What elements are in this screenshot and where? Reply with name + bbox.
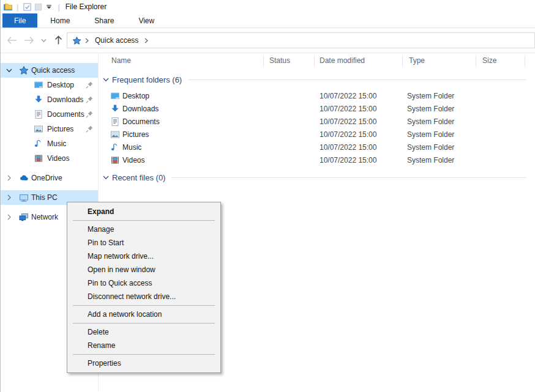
chevron-right-icon[interactable] — [6, 213, 13, 221]
sidebar-item-downloads[interactable]: Downloads — [1, 92, 98, 107]
group-count: (6) — [172, 75, 182, 84]
group-header-frequent-folders[interactable]: Frequent folders (6) — [102, 74, 526, 85]
file-date-modified: 10/07/2022 15:00 — [320, 92, 376, 100]
file-name: Documents — [122, 117, 160, 126]
file-name: Music — [122, 143, 141, 152]
videos-film-icon — [110, 155, 120, 165]
file-row-pictures[interactable]: Pictures 10/07/2022 15:00 System Folder — [99, 128, 535, 141]
documents-icon — [110, 117, 120, 127]
group-divider-line — [188, 80, 526, 80]
pin-icon — [85, 110, 94, 119]
menu-item-pin-to-quick-access[interactable]: Pin to Quick access — [67, 276, 220, 290]
tab-home[interactable]: Home — [39, 13, 81, 28]
file-name: Desktop — [122, 92, 149, 100]
file-type: System Folder — [407, 105, 454, 113]
menu-separator — [73, 220, 215, 221]
menu-item-expand[interactable]: Expand — [67, 205, 220, 218]
file-row-videos[interactable]: Videos 10/07/2022 15:00 System Folder — [99, 153, 535, 166]
sidebar-item-desktop[interactable]: Desktop — [1, 78, 98, 92]
sidebar-item-documents[interactable]: Documents — [1, 107, 98, 122]
quick-access-star-icon — [72, 36, 81, 45]
column-header-type[interactable]: Type — [409, 56, 425, 65]
music-note-icon — [110, 142, 120, 152]
chevron-down-icon[interactable] — [6, 67, 13, 74]
file-type: System Folder — [407, 130, 454, 139]
file-date-modified: 10/07/2022 15:00 — [320, 117, 376, 126]
sidebar-item-quick-access[interactable]: Quick access — [1, 63, 98, 78]
desktop-icon — [110, 91, 120, 101]
tab-share[interactable]: Share — [83, 13, 125, 28]
breadcrumb-chevron-icon[interactable] — [85, 38, 89, 43]
menu-item-open-in-new-window[interactable]: Open in new window — [67, 263, 220, 276]
menu-separator — [73, 354, 215, 355]
group-header-recent-files[interactable]: Recent files (0) — [102, 172, 526, 183]
sidebar-item-pictures[interactable]: Pictures — [1, 122, 98, 136]
sidebar-item-videos[interactable]: Videos — [1, 151, 98, 166]
recent-locations-chevron-icon[interactable] — [40, 34, 47, 46]
menu-item-add-a-network-location[interactable]: Add a network location — [67, 308, 220, 321]
file-row-documents[interactable]: Documents 10/07/2022 15:00 System Folder — [99, 115, 535, 128]
pin-icon — [85, 125, 94, 133]
file-type: System Folder — [407, 117, 454, 126]
tab-file[interactable]: File — [2, 13, 37, 28]
pin-icon — [85, 95, 94, 104]
qat-customize-chevron-icon[interactable] — [43, 1, 54, 12]
menu-item-manage[interactable]: Manage — [67, 223, 220, 236]
file-type: System Folder — [407, 143, 454, 152]
sidebar-item-music[interactable]: Music — [1, 136, 98, 151]
sidebar-item-label: OneDrive — [31, 174, 62, 182]
group-label: Recent files — [112, 173, 154, 182]
desktop-icon — [34, 80, 43, 90]
column-divider[interactable] — [402, 56, 403, 67]
qat-properties-icon[interactable] — [21, 1, 32, 12]
pictures-icon — [110, 130, 120, 139]
file-row-downloads[interactable]: Downloads 10/07/2022 15:00 System Folder — [99, 102, 535, 115]
column-divider[interactable] — [476, 56, 476, 67]
file-row-music[interactable]: Music 10/07/2022 15:00 System Folder — [99, 141, 535, 153]
chevron-down-icon[interactable] — [102, 78, 110, 82]
documents-icon — [34, 109, 43, 119]
column-divider[interactable] — [314, 56, 315, 67]
downloads-icon — [110, 104, 120, 114]
menu-item-rename[interactable]: Rename — [67, 339, 220, 352]
chevron-right-icon[interactable] — [6, 194, 13, 201]
network-icon — [19, 212, 29, 222]
title-bar: | | File Explorer — [1, 0, 535, 13]
column-divider[interactable] — [525, 56, 525, 67]
qat-new-folder-icon[interactable] — [32, 1, 43, 12]
sidebar-item-label: Quick access — [31, 66, 75, 75]
sidebar-item-label: This PC — [31, 193, 58, 202]
column-header-size[interactable]: Size — [482, 56, 496, 65]
column-header-row: Name Status Date modified Type Size — [99, 53, 535, 69]
column-header-status[interactable]: Status — [269, 56, 290, 65]
back-button[interactable] — [6, 34, 18, 46]
this-pc-context-menu: Expand Manage Pin to Start Map network d… — [67, 202, 221, 373]
menu-item-pin-to-start[interactable]: Pin to Start — [67, 236, 220, 250]
menu-item-delete[interactable]: Delete — [67, 325, 220, 339]
navigation-bar: Quick access — [1, 28, 535, 53]
menu-item-map-network-drive[interactable]: Map network drive... — [67, 250, 220, 263]
column-divider[interactable] — [263, 56, 264, 67]
forward-button[interactable] — [23, 34, 35, 46]
group-count: (0) — [156, 173, 166, 182]
downloads-icon — [34, 95, 43, 105]
address-bar[interactable]: Quick access — [67, 32, 535, 48]
column-header-name[interactable]: Name — [111, 56, 131, 65]
up-button[interactable] — [52, 34, 64, 46]
sidebar-item-label: Videos — [47, 154, 69, 163]
tab-view[interactable]: View — [127, 13, 166, 28]
column-header-date-modified[interactable]: Date modified — [320, 56, 365, 65]
frequent-folders-list: Desktop 10/07/2022 15:00 System Folder D… — [99, 89, 535, 166]
sidebar-item-label: Documents — [47, 110, 84, 119]
chevron-right-icon[interactable] — [6, 174, 13, 182]
breadcrumb-chevron-icon[interactable] — [144, 38, 148, 43]
chevron-down-icon[interactable] — [102, 176, 110, 180]
ribbon-tab-bar: File Home Share View — [1, 13, 535, 28]
menu-item-properties[interactable]: Properties — [67, 357, 220, 370]
file-name: Pictures — [122, 130, 149, 139]
sidebar-item-onedrive[interactable]: OneDrive — [1, 171, 98, 185]
file-row-desktop[interactable]: Desktop 10/07/2022 15:00 System Folder — [99, 89, 535, 102]
breadcrumb-quick-access[interactable]: Quick access — [92, 35, 141, 46]
menu-item-disconnect-network-drive[interactable]: Disconnect network drive... — [67, 290, 220, 303]
sidebar-item-label: Pictures — [47, 125, 73, 133]
